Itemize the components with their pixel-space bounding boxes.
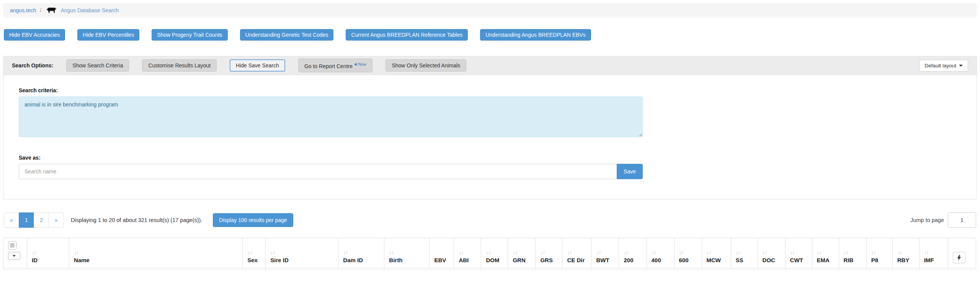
current-breedplan-reference-tables-button[interactable]: Current Angus BREEDPLAN Reference Tables — [346, 29, 468, 41]
jump-to-page-input[interactable] — [948, 212, 976, 228]
display-100-results-button[interactable]: Display 100 results per page — [213, 213, 293, 227]
sort-icon[interactable]: ↓↑ — [270, 250, 334, 256]
sort-icon[interactable]: ↓↑ — [596, 250, 615, 256]
pagination-prev-button[interactable]: « — [4, 212, 19, 228]
column-header-ss[interactable]: ↓↑SS — [731, 238, 758, 268]
sort-icon[interactable]: ↓↑ — [389, 250, 425, 256]
select-all-checkbox[interactable] — [8, 241, 16, 250]
sort-icon[interactable]: ↓↑ — [679, 250, 698, 256]
sort-icon[interactable]: ↓↑ — [624, 250, 642, 256]
partial-cell — [702, 268, 731, 270]
column-label-600: 600 — [679, 257, 698, 263]
understanding-genetic-test-codes-button[interactable]: Understanding Genetic Test Codes — [240, 29, 334, 41]
partial-cell — [866, 268, 892, 270]
sort-icon[interactable]: ↓↑ — [486, 250, 504, 256]
sort-icon[interactable]: ↓↑ — [871, 250, 889, 256]
partial-cell — [430, 268, 454, 270]
sort-icon[interactable]: ↓↑ — [540, 250, 558, 256]
understanding-breedplan-ebvs-button[interactable]: Understanding Angus BREEDPLAN EBVs — [480, 29, 591, 41]
sort-icon[interactable]: ↓↑ — [707, 250, 727, 256]
column-header-p8[interactable]: ↓↑P8 — [866, 238, 892, 268]
search-options-label: Search Options: — [12, 62, 53, 69]
column-header-dom[interactable]: ↓↑DOM — [481, 238, 508, 268]
column-header-rib[interactable]: ↓↑RIB — [839, 238, 866, 268]
column-header-600[interactable]: ↓↑600 — [674, 238, 702, 268]
partial-cell — [758, 268, 785, 270]
caret-down-icon — [13, 255, 16, 257]
column-header-sex[interactable]: ↓↑Sex — [243, 238, 266, 268]
pagination-page-1-button[interactable]: 1 — [19, 212, 34, 228]
column-header-bwt[interactable]: ↓↑BWT — [591, 238, 619, 268]
hide-ebv-accuracies-button[interactable]: Hide EBV Accuracies — [4, 29, 65, 41]
column-label-200: 200 — [624, 257, 642, 263]
show-only-selected-animals-button[interactable]: Show Only Selected Animals — [385, 59, 466, 72]
sort-icon[interactable]: ↓↑ — [247, 250, 261, 256]
search-criteria-label: Search criteria: — [19, 87, 961, 93]
column-header-400[interactable]: ↓↑400 — [647, 238, 674, 268]
column-header-rby[interactable]: ↓↑RBY — [892, 238, 919, 268]
column-header-id[interactable]: ↓↑ID — [27, 238, 69, 268]
partial-cell — [619, 268, 647, 270]
sort-icon[interactable]: ↓↑ — [459, 250, 477, 256]
partial-cell — [3, 268, 27, 270]
go-to-report-centre-button[interactable]: Go to Report Centre★New — [298, 59, 372, 72]
column-header-ce-dir[interactable]: ↓↑CE Dir — [562, 238, 591, 268]
sort-icon[interactable]: ↓↑ — [513, 250, 531, 256]
column-label-mcw: MCW — [707, 257, 727, 263]
sort-icon[interactable]: ↓↑ — [32, 250, 65, 256]
column-header-ema[interactable]: ↓↑EMA — [812, 238, 839, 268]
column-label-p8: P8 — [871, 257, 889, 263]
sort-icon[interactable]: ↓↑ — [567, 250, 587, 256]
save-button[interactable]: Save — [617, 164, 643, 179]
partial-cell — [647, 268, 674, 270]
column-header-abi[interactable]: ↓↑ABI — [454, 238, 481, 268]
show-search-criteria-button[interactable]: Show Search Criteria — [66, 59, 129, 72]
first-result-row-partial — [3, 268, 976, 270]
column-header-name[interactable]: ↓↑Name — [69, 238, 243, 268]
sort-icon[interactable]: ↓↑ — [74, 250, 238, 256]
column-header-dam-id[interactable]: ↓↑Dam ID — [338, 238, 384, 268]
column-header-cwt[interactable]: ↓↑CWT — [785, 238, 812, 268]
column-header-birth[interactable]: ↓↑Birth — [384, 238, 430, 268]
column-header-200[interactable]: ↓↑200 — [619, 238, 647, 268]
column-header-mcw[interactable]: ↓↑MCW — [702, 238, 731, 268]
show-progeny-trait-counts-button[interactable]: Show Progeny Trait Counts — [152, 29, 227, 41]
sort-icon[interactable]: ↓↑ — [763, 250, 781, 256]
search-criteria-textarea[interactable]: animal is in sire benchmarking program — [19, 96, 643, 137]
partial-cell — [27, 268, 69, 270]
column-label-sire-id: Sire ID — [270, 257, 334, 263]
column-label-rby: RBY — [897, 257, 915, 263]
column-label-dom: DOM — [486, 257, 504, 263]
column-header-ebv: ↓↑EBV — [430, 238, 454, 268]
sort-icon[interactable]: ↓↑ — [790, 250, 808, 256]
breadcrumb-site-link[interactable]: angus.tech — [10, 7, 36, 13]
sort-icon[interactable]: ↓↑ — [924, 250, 944, 256]
column-label-sex: Sex — [247, 257, 261, 263]
partial-cell — [481, 268, 508, 270]
hide-save-search-button[interactable]: Hide Save Search — [230, 59, 285, 72]
column-header-grs[interactable]: ↓↑GRS — [536, 238, 562, 268]
sort-icon[interactable]: ↓↑ — [652, 250, 670, 256]
column-header-sire-id[interactable]: ↓↑Sire ID — [266, 238, 338, 268]
pagination-page-2-button[interactable]: 2 — [34, 212, 49, 228]
results-table: ↓↑ID↓↑Name↓↑Sex↓↑Sire ID↓↑Dam ID↓↑Birth↓… — [3, 238, 976, 270]
lightning-action-button[interactable] — [953, 252, 966, 263]
column-header-imf[interactable]: ↓↑IMF — [919, 238, 948, 268]
hide-ebv-percentiles-button[interactable]: Hide EBV Percentiles — [77, 29, 139, 41]
sort-icon[interactable]: ↓↑ — [844, 250, 862, 256]
search-name-input[interactable] — [19, 164, 617, 179]
partial-cell — [731, 268, 758, 270]
sort-icon[interactable]: ↓↑ — [736, 250, 754, 256]
sort-icon[interactable]: ↓↑ — [897, 250, 915, 256]
layout-dropdown[interactable]: Default layout — [919, 60, 968, 72]
sort-icon[interactable]: ↓↑ — [343, 250, 380, 256]
column-label-name: Name — [74, 257, 238, 263]
column-header-doc[interactable]: ↓↑DOC — [758, 238, 785, 268]
toolbar: Hide EBV Accuracies Hide EBV Percentiles… — [4, 29, 976, 41]
sort-icon[interactable]: ↓↑ — [817, 250, 835, 256]
column-header-grn[interactable]: ↓↑GRN — [508, 238, 536, 268]
selection-menu-button[interactable] — [8, 252, 20, 260]
pagination-next-button[interactable]: » — [49, 212, 64, 228]
customise-results-layout-button[interactable]: Customise Results Layout — [142, 59, 217, 72]
chevron-down-icon — [959, 65, 963, 67]
